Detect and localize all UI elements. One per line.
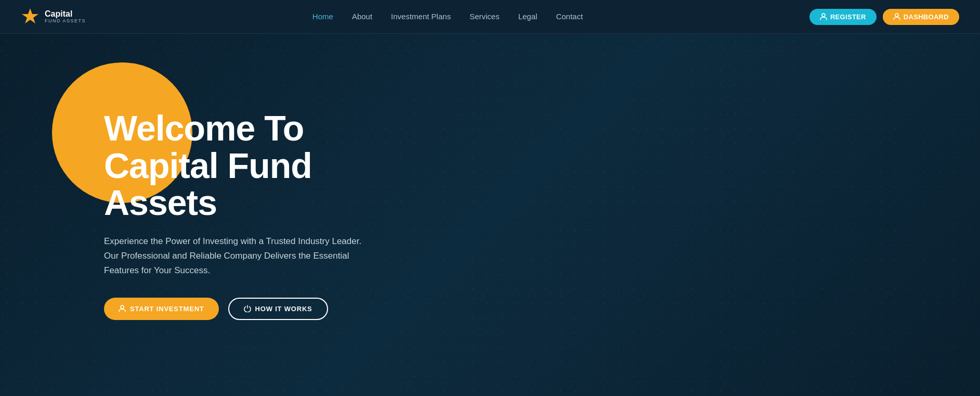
register-button[interactable]: REGISTER <box>809 9 877 25</box>
navbar: Capital Fund Assets Home About Investmen… <box>0 0 980 34</box>
logo-sub: Fund Assets <box>45 19 86 24</box>
logo-link[interactable]: Capital Fund Assets <box>21 7 86 26</box>
nav-link-legal[interactable]: Legal <box>518 12 538 21</box>
nav-link-contact[interactable]: Contact <box>556 12 583 21</box>
nav-item-contact[interactable]: Contact <box>556 12 583 21</box>
power-icon <box>244 305 251 312</box>
nav-links: Home About Investment Plans Services Leg… <box>312 12 583 21</box>
how-it-works-label: HOW IT WORKS <box>255 305 312 313</box>
how-it-works-button[interactable]: HOW IT WORKS <box>228 298 328 320</box>
hero-buttons: START INVESTMENT HOW IT WORKS <box>104 298 416 320</box>
start-investment-button[interactable]: START INVESTMENT <box>104 298 219 320</box>
svg-point-3 <box>121 305 124 309</box>
user-icon <box>820 13 827 20</box>
nav-item-services[interactable]: Services <box>469 12 500 21</box>
start-investment-label: START INVESTMENT <box>130 305 204 313</box>
nav-link-home[interactable]: Home <box>312 12 333 21</box>
logo-text: Capital Fund Assets <box>45 9 86 23</box>
hero-content: Welcome To Capital Fund Assets Experienc… <box>83 110 416 320</box>
hero-subtitle: Experience the Power of Investing with a… <box>104 234 374 278</box>
hero-text-block: Welcome To Capital Fund Assets Experienc… <box>83 110 416 320</box>
dashboard-user-icon <box>893 13 900 20</box>
nav-item-legal[interactable]: Legal <box>518 12 538 21</box>
nav-link-about[interactable]: About <box>352 12 372 21</box>
hero-section: Welcome To Capital Fund Assets Experienc… <box>0 34 980 396</box>
nav-item-about[interactable]: About <box>352 12 372 21</box>
nav-item-investment-plans[interactable]: Investment Plans <box>391 12 451 21</box>
nav-item-home[interactable]: Home <box>312 12 333 21</box>
star-logo-icon <box>21 7 40 26</box>
dashboard-button[interactable]: DASHBOARD <box>883 9 959 25</box>
svg-marker-0 <box>22 8 38 23</box>
start-user-icon <box>119 305 126 312</box>
logo-main: Capital <box>45 9 86 19</box>
hero-title: Welcome To Capital Fund Assets <box>104 110 416 221</box>
dashboard-label: DASHBOARD <box>904 13 949 21</box>
svg-point-2 <box>895 14 898 17</box>
register-label: REGISTER <box>830 13 866 21</box>
navbar-actions: REGISTER DASHBOARD <box>809 9 959 25</box>
nav-link-services[interactable]: Services <box>469 12 500 21</box>
svg-point-1 <box>822 14 825 17</box>
nav-link-investment-plans[interactable]: Investment Plans <box>391 12 451 21</box>
